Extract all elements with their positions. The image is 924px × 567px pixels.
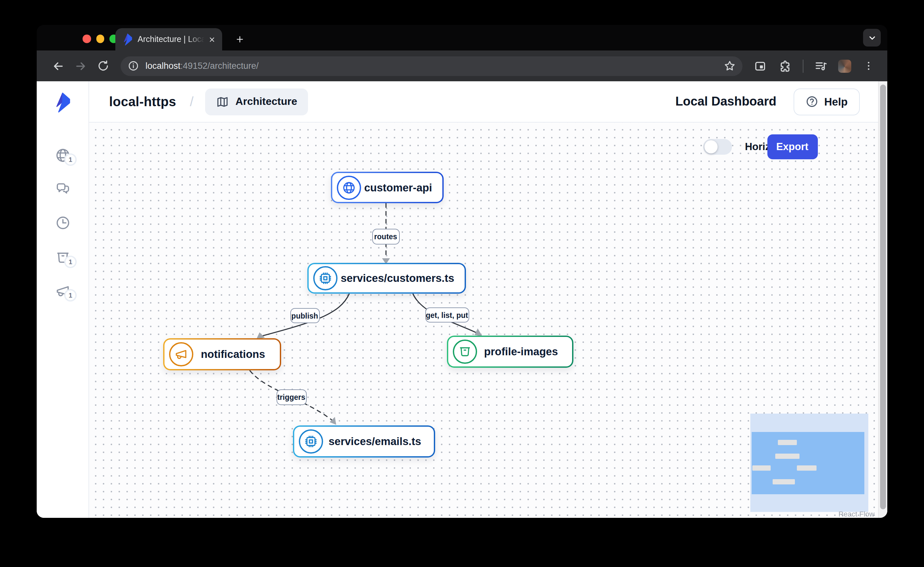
encore-logo[interactable] <box>54 91 71 113</box>
node-label: profile-images <box>477 345 572 358</box>
site-info-icon[interactable] <box>125 58 141 74</box>
edge-label-get-list-put: get, list, put <box>425 308 469 322</box>
sidebar-item-traces[interactable] <box>55 215 71 231</box>
tab-title: Architecture | Local Dashboar <box>138 35 206 44</box>
url-host: localhost <box>146 61 180 71</box>
screen: Architecture | Local Dashboar <box>0 0 924 567</box>
node-label: services/customers.ts <box>337 272 464 285</box>
browser-tab[interactable]: Architecture | Local Dashboar <box>116 28 222 51</box>
favicon <box>123 33 133 46</box>
node-customer-api[interactable]: customer-api <box>331 172 443 203</box>
node-services-emails[interactable]: services/emails.ts <box>292 425 435 458</box>
minimize-window-button[interactable] <box>96 35 104 43</box>
react-flow-attribution: React Flow <box>838 510 874 518</box>
window-controls <box>82 35 118 43</box>
toolbar-actions <box>749 55 879 77</box>
minimap-viewport <box>752 432 864 494</box>
dashboard-title: Local Dashboard <box>675 94 776 109</box>
map-icon <box>216 95 230 108</box>
bookmark-star-icon[interactable] <box>720 57 738 75</box>
flow-minimap[interactable] <box>750 414 868 512</box>
node-notifications[interactable]: notifications <box>163 338 281 370</box>
architecture-tab-label: Architecture <box>236 96 297 108</box>
badge-count: 1 <box>64 289 76 302</box>
side-panel-icon[interactable] <box>749 55 771 77</box>
clock-icon <box>55 215 71 231</box>
profile-avatar[interactable] <box>838 59 851 72</box>
sidebar-item-chat[interactable] <box>55 181 71 196</box>
chip-icon <box>313 266 337 290</box>
breadcrumb-project: local-https <box>109 94 176 109</box>
header-right: Local Dashboard Help <box>675 88 860 115</box>
chip-icon <box>298 429 323 454</box>
toggle-knob <box>704 140 717 153</box>
tab-search-chevron-button[interactable] <box>863 29 881 46</box>
sidebar-item-api[interactable]: 1 <box>55 147 71 163</box>
forward-button[interactable] <box>69 55 92 77</box>
new-tab-button[interactable] <box>231 31 248 48</box>
megaphone-icon <box>169 342 193 366</box>
main-column: local-https / Architecture Local Dashboa… <box>89 81 878 518</box>
extensions-puzzle-icon[interactable] <box>774 55 796 77</box>
edge-label-routes: routes <box>372 229 399 244</box>
sidebar-item-pubsub[interactable]: 1 <box>55 283 71 299</box>
url-path: :49152/architecture/ <box>180 61 259 71</box>
help-icon <box>805 95 818 108</box>
tab-close-icon[interactable] <box>206 34 217 45</box>
horizontal-toggle[interactable] <box>703 139 732 155</box>
browser-menu-icon[interactable] <box>857 55 879 77</box>
help-button[interactable]: Help <box>793 88 860 115</box>
minimap-node <box>777 440 796 445</box>
sidebar-item-buckets[interactable]: 1 <box>55 250 71 266</box>
page-header: local-https / Architecture Local Dashboa… <box>89 81 878 123</box>
architecture-canvas[interactable]: Horizontal Export customer-api <box>89 123 878 518</box>
address-bar[interactable]: localhost:49152/architecture/ <box>121 56 742 76</box>
breadcrumb-separator: / <box>190 94 194 109</box>
export-button[interactable]: Export <box>767 134 818 159</box>
chat-icon <box>55 181 71 196</box>
node-profile-images[interactable]: profile-images <box>447 336 573 368</box>
dashboard-page: 1 1 1 <box>37 81 887 518</box>
sidebar: 1 1 1 <box>37 81 89 518</box>
badge-count: 1 <box>64 153 76 166</box>
minimap-node <box>796 465 816 471</box>
browser-toolbar: localhost:49152/architecture/ <box>37 51 887 81</box>
scrollbar-thumb[interactable] <box>880 84 886 509</box>
url-text: localhost:49152/architecture/ <box>146 61 720 71</box>
edge-label-publish: publish <box>290 308 320 323</box>
reload-button[interactable] <box>92 55 114 77</box>
minimap-node <box>752 465 770 471</box>
tab-strip: Architecture | Local Dashboar <box>37 25 887 51</box>
browser-window: Architecture | Local Dashboar <box>37 25 887 518</box>
bucket-icon <box>453 339 477 364</box>
badge-count: 1 <box>64 256 76 268</box>
globe-icon <box>336 176 361 200</box>
minimap-node <box>775 454 799 459</box>
close-window-button[interactable] <box>82 35 91 43</box>
node-label: customer-api <box>361 181 442 194</box>
page-scrollbar[interactable] <box>878 81 887 518</box>
architecture-tab[interactable]: Architecture <box>206 88 308 115</box>
node-label: notifications <box>193 348 279 360</box>
back-button[interactable] <box>47 55 69 77</box>
help-button-label: Help <box>824 95 848 108</box>
edge-label-triggers: triggers <box>276 389 306 405</box>
minimap-node <box>772 479 795 484</box>
node-services-customers[interactable]: services/customers.ts <box>307 263 466 294</box>
toolbar-divider <box>803 59 803 72</box>
media-playlist-icon[interactable] <box>810 55 832 77</box>
node-label: services/emails.ts <box>323 435 434 448</box>
